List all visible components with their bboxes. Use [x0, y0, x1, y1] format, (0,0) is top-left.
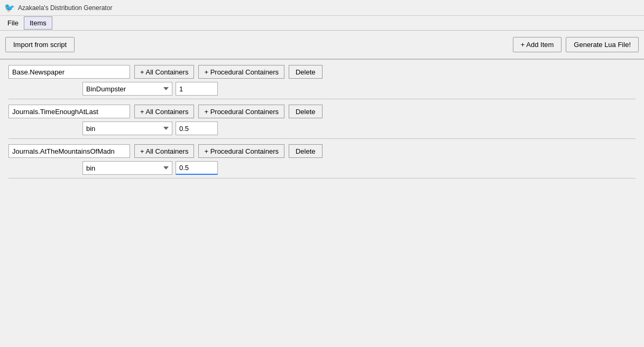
- generate-lua-button[interactable]: Generate Lua File!: [566, 37, 639, 52]
- delete-button[interactable]: Delete: [289, 105, 323, 118]
- main-content: + All Containers+ Procedural ContainersD…: [0, 60, 644, 189]
- procedural-containers-button[interactable]: + Procedural Containers: [198, 65, 284, 79]
- item-name-input[interactable]: [8, 105, 130, 118]
- separator: [8, 99, 636, 99]
- all-containers-button[interactable]: + All Containers: [134, 144, 194, 158]
- item-block: + All Containers+ Procedural ContainersD…: [8, 105, 636, 139]
- all-containers-button[interactable]: + All Containers: [134, 65, 194, 79]
- amount-input[interactable]: [176, 161, 218, 175]
- container-select[interactable]: binBinDumpstercountershelvesdesk: [82, 161, 172, 175]
- title-bar: 🐦 Azakaela's Distribution Generator: [0, 0, 644, 16]
- app-title: Azakaela's Distribution Generator: [18, 4, 112, 12]
- item-header: + All Containers+ Procedural ContainersD…: [8, 65, 636, 79]
- menu-file[interactable]: File: [2, 17, 24, 29]
- toolbar: Import from script + Add Item Generate L…: [0, 31, 644, 60]
- amount-input[interactable]: [176, 121, 218, 135]
- item-sub-row: binBinDumpstercountershelvesdesk: [82, 161, 636, 175]
- all-containers-button[interactable]: + All Containers: [134, 105, 194, 118]
- item-name-input[interactable]: [8, 65, 130, 79]
- delete-button[interactable]: Delete: [289, 65, 323, 79]
- item-sub-row: BinDumpsterbincountershelvesdesk: [82, 82, 636, 96]
- add-item-button[interactable]: + Add Item: [513, 37, 562, 52]
- item-header: + All Containers+ Procedural ContainersD…: [8, 144, 636, 158]
- item-block: + All Containers+ Procedural ContainersD…: [8, 144, 636, 179]
- procedural-containers-button[interactable]: + Procedural Containers: [198, 105, 284, 118]
- separator: [8, 138, 636, 139]
- procedural-containers-button[interactable]: + Procedural Containers: [198, 144, 284, 158]
- import-from-script-button[interactable]: Import from script: [5, 37, 75, 52]
- delete-button[interactable]: Delete: [289, 144, 323, 158]
- item-header: + All Containers+ Procedural ContainersD…: [8, 105, 636, 118]
- item-name-input[interactable]: [8, 144, 130, 158]
- item-sub-row: binBinDumpstercountershelvesdesk: [82, 121, 636, 135]
- menu-bar: File Items: [0, 16, 644, 31]
- separator: [8, 178, 636, 179]
- amount-input[interactable]: [176, 82, 218, 96]
- menu-items[interactable]: Items: [24, 16, 52, 30]
- item-block: + All Containers+ Procedural ContainersD…: [8, 65, 636, 99]
- app-icon: 🐦: [4, 3, 15, 13]
- container-select[interactable]: binBinDumpstercountershelvesdesk: [82, 121, 172, 135]
- container-select[interactable]: BinDumpsterbincountershelvesdesk: [82, 82, 172, 96]
